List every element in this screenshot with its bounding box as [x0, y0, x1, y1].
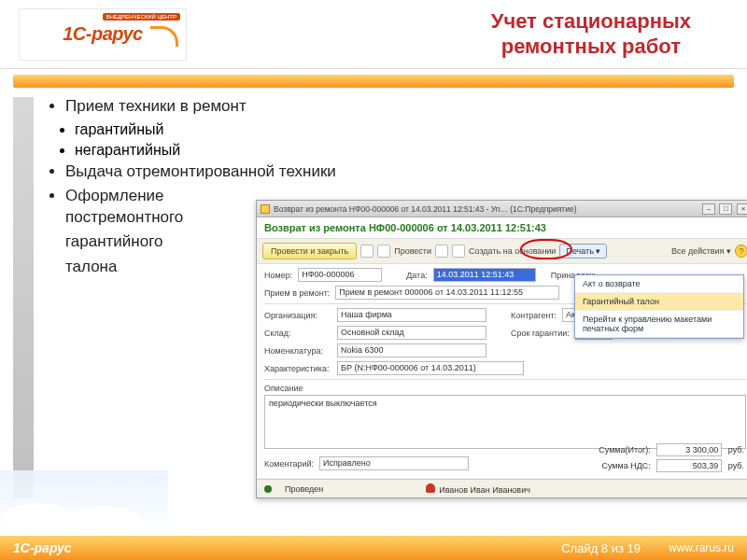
intake-field[interactable]: Прием в ремонт 000006 от 14.03.2011 11:1… — [335, 286, 559, 300]
toolbar: Провести и закрыть Провести Создать на о… — [257, 239, 747, 264]
window-title: Возврат из ремонта НФ00-000006 от 14.03.… — [274, 204, 700, 214]
minimize-button[interactable]: – — [702, 203, 715, 215]
stock-label: Склад: — [264, 329, 331, 338]
refresh-icon[interactable] — [377, 245, 390, 258]
bullet-list: Прием техники в ремонт — [49, 97, 734, 116]
left-accent — [13, 97, 34, 498]
vat-label: Сумма НДС: — [601, 461, 650, 470]
slide-counter: Слайд 8 из 19 — [561, 541, 641, 555]
footer-logo: 1С-рарус — [13, 540, 72, 555]
post-and-close-button[interactable]: Провести и закрыть — [262, 243, 357, 259]
user-name: Иванов Иван Иванович — [439, 485, 530, 495]
logo-tag: ВНЕДРЕНЧЕСКИЙ ЦЕНТР — [103, 13, 180, 21]
posted-icon — [264, 485, 272, 493]
number-field[interactable]: НФ00-000006 — [298, 268, 382, 282]
bullet-form-l1: Оформление — [65, 187, 164, 204]
desc-field[interactable]: периодически выключается — [264, 395, 746, 449]
app-icon — [261, 204, 270, 214]
date-label: Дата: — [406, 271, 427, 280]
tool-icon[interactable] — [435, 245, 448, 258]
statusbar: Проведен Иванов Иван Иванович — [257, 479, 747, 497]
warranty-label: Срок гарантии: — [511, 329, 570, 338]
doc-title: Возврат из ремонта НФ00-000006 от 14.03.… — [257, 217, 747, 239]
titlebar[interactable]: Возврат из ремонта НФ00-000006 от 14.03.… — [257, 201, 747, 217]
app-window: Возврат из ремонта НФ00-000006 от 14.03.… — [256, 200, 747, 498]
slide-title-line2: ремонтных работ — [491, 35, 691, 59]
swoosh-icon — [150, 26, 178, 47]
totals: Сумма(Итог): 3 300,00 руб. Сумма НДС: 50… — [599, 443, 744, 475]
intake-label: Прием в ремонт: — [264, 288, 330, 298]
desc-label: Описание — [264, 384, 746, 393]
menu-warranty-ticket[interactable]: Гарантийный талон — [575, 293, 743, 311]
footer-url: www.rarus.ru — [669, 541, 734, 554]
window-controls: – □ × — [700, 203, 747, 215]
nomen-label: Номенклатура: — [264, 346, 331, 356]
person-icon — [426, 483, 435, 493]
footer: 1С-рарус Слайд 8 из 19 www.rarus.ru — [0, 536, 747, 560]
char-label: Характеристика: — [264, 364, 331, 373]
maximize-button[interactable]: □ — [719, 203, 732, 215]
logo-text: 1С-рарус — [63, 23, 143, 45]
logo: ВНЕДРЕНЧЕСКИЙ ЦЕНТР 1С-рарус — [19, 8, 187, 61]
help-icon[interactable]: ? — [735, 245, 747, 258]
char-field[interactable]: БР (N:НФ00-000006 от 14.03.2011) — [337, 361, 524, 375]
bullet-intake: Прием техники в ремонт — [65, 97, 734, 116]
number-label: Номер: — [264, 271, 292, 280]
sum-value: 3 300,00 — [656, 443, 722, 456]
currency-2: руб. — [728, 461, 744, 470]
tool-icon-2[interactable] — [452, 245, 465, 258]
create-based-button[interactable]: Создать на основании — [469, 246, 556, 256]
menu-templates[interactable]: Перейти к управлению макетами печатных ф… — [575, 311, 743, 338]
org-field[interactable]: Наша фирма — [337, 308, 486, 322]
bullet-warranty: гарантийный — [75, 121, 734, 138]
slide-title: Учет стационарных ремонтных работ — [491, 9, 728, 59]
menu-act[interactable]: Акт о возврате — [575, 275, 743, 293]
bullet-sublist: гарантийный негарантийный — [49, 121, 734, 159]
post-button[interactable]: Провести — [394, 246, 431, 256]
comment-field[interactable]: Исправлено — [319, 456, 469, 470]
save-icon[interactable] — [360, 245, 374, 258]
bullet-return: Выдача отремонтированной техники — [65, 162, 734, 181]
comment-label: Коментарий: — [264, 459, 314, 469]
vat-value: 503,39 — [656, 459, 722, 472]
org-label: Организация: — [264, 311, 331, 320]
print-menu: Акт о возврате Гарантийный талон Перейти… — [574, 274, 744, 339]
clouds-decor — [0, 470, 168, 536]
currency: руб. — [728, 445, 744, 455]
date-field[interactable]: 14.03.2011 12:51:43 — [433, 268, 536, 282]
print-button[interactable]: Печать ▾ — [559, 244, 607, 259]
stock-field[interactable]: Основной склад — [337, 326, 486, 340]
divider-bar — [13, 75, 734, 88]
close-button[interactable]: × — [737, 203, 747, 215]
slide-title-line1: Учет стационарных — [491, 9, 691, 34]
nomen-field[interactable]: Nokia 6300 — [337, 343, 486, 357]
posted-label: Проведен — [285, 484, 323, 494]
bullet-nonwarranty: негарантийный — [75, 142, 734, 159]
all-actions-button[interactable]: Все действия ▾ — [671, 246, 731, 256]
contr-label: Контрагент: — [511, 311, 557, 320]
sum-label: Сумма(Итог): — [599, 445, 651, 455]
